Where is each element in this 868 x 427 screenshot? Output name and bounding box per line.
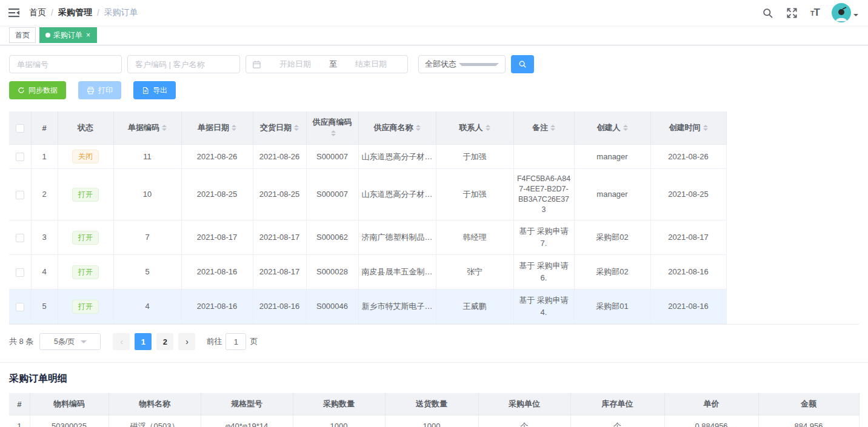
col-delivery-date[interactable]: 交货日期 [253,111,306,145]
col-code[interactable]: 单据编码 [113,111,181,145]
print-button[interactable]: 打印 [78,81,121,99]
tag-home[interactable]: 首页 [9,27,36,43]
col-order-date[interactable]: 单据日期 [181,111,253,145]
cell-stock-unit: 个 [570,415,664,427]
cell-delivery-date: 2021-08-26 [253,145,306,169]
fullscreen-icon[interactable] [786,7,798,19]
customer-input[interactable] [127,55,240,73]
sort-icon[interactable] [294,122,299,133]
cell-order-date: 2021-08-17 [181,220,253,255]
cell-amount: 884.956 [758,415,859,427]
cell-remark: 基于 采购申请 4. [513,290,574,324]
orders-table: # 状态 单据编码 单据日期 交货日期 供应商编码 供应商名称 联系人 备注 创… [9,111,727,324]
prev-page-button[interactable]: ‹ [113,333,130,350]
col-supplier-name[interactable]: 供应商名称 [358,111,436,145]
search-icon[interactable] [762,7,774,19]
breadcrumb-section[interactable]: 采购管理 [58,7,92,18]
sort-icon[interactable] [550,122,555,133]
cell-delivery-date: 2021-08-25 [253,169,306,220]
row-checkbox[interactable] [16,303,24,311]
sort-icon[interactable] [416,122,421,133]
cell-remark: 基于 采购申请 6. [513,255,574,290]
cell-supplier-name: 新乡市特艾斯电子设... [358,290,436,324]
orders-pagination: 共 8 条 5条/页 ‹ 1 2 › 前往 页 [9,333,859,350]
cell-remark: 基于 采购申请 7. [513,220,574,255]
cell-supplier-name: 南皮县晟丰五金制造... [358,255,436,290]
table-row[interactable]: 1 50300025 磁浮（0503） φ40*φ19*14 1000 1000… [9,415,859,427]
navbar: 首页 / 采购管理 / 采购订单 TT [0,0,868,25]
table-row-selected[interactable]: 5 打开 4 2021-08-16 2021-08-16 S000046 新乡市… [9,290,726,324]
tags-view: 首页 采购订单 × [0,25,868,45]
col-stock-unit: 库存单位 [570,393,664,415]
table-row[interactable]: 3 打开 7 2021-08-17 2021-08-17 S000062 济南广… [9,220,726,255]
avatar [832,3,851,22]
search-button[interactable] [511,55,534,73]
col-spec: 规格型号 [201,393,293,415]
cell-remark: F4FC5BA6-A847-4EE7-B2D7-BB3A7C26E373 [513,169,574,220]
export-button[interactable]: 导出 [133,81,176,99]
start-date-placeholder[interactable]: 开始日期 [265,59,326,70]
col-remark[interactable]: 备注 [513,111,574,145]
next-page-button[interactable]: › [178,333,195,350]
page-button-2[interactable]: 2 [156,333,173,350]
breadcrumb-home[interactable]: 首页 [29,7,46,18]
order-no-input[interactable] [9,55,122,73]
status-badge: 打开 [72,300,99,314]
date-range-picker[interactable]: 开始日期 至 结束日期 [245,55,408,73]
user-menu[interactable] [832,3,858,22]
details-table-wrap: # 物料编码 物料名称 规格型号 采购数量 送货数量 采购单位 库存单位 单价 … [9,393,859,427]
status-badge: 打开 [72,265,99,279]
printer-icon [87,87,95,94]
col-material-code: 物料编码 [30,393,109,415]
select-all-checkbox[interactable] [16,124,24,133]
col-material-name: 物料名称 [109,393,201,415]
select-all-header [9,111,31,145]
cell-code: 7 [113,220,181,255]
table-row[interactable]: 2 打开 10 2021-08-25 2021-08-25 S000007 山东… [9,169,726,220]
cell-delivery-qty: 1000 [385,415,478,427]
col-supplier-code[interactable]: 供应商编码 [306,111,358,145]
font-size-icon[interactable]: TT [810,7,820,19]
table-row[interactable]: 1 关闭 11 2021-08-26 2021-08-26 S000007 山东… [9,145,726,169]
table-row[interactable]: 4 打开 5 2021-08-16 2021-08-17 S000028 南皮县… [9,255,726,290]
col-purchase-qty: 采购数量 [293,393,385,415]
sort-icon[interactable] [486,122,490,133]
row-checkbox[interactable] [16,268,24,277]
cell-supplier-name: 山东道恩高分子材料... [358,169,436,220]
row-checkbox[interactable] [16,153,24,161]
goto-page-input[interactable] [225,333,246,350]
cell-created: 2021-08-26 [650,145,726,169]
cell-spec: φ40*φ19*14 [201,415,293,427]
tag-purchase-order[interactable]: 采购订单 × [39,27,97,43]
cell-order-date: 2021-08-16 [181,255,253,290]
active-dot [45,33,50,38]
caret-down-icon [853,14,858,19]
close-icon[interactable]: × [85,31,91,39]
page-button-1[interactable]: 1 [135,333,152,350]
document-icon [142,87,149,94]
end-date-placeholder[interactable]: 结束日期 [341,59,401,70]
page-size-select[interactable]: 5条/页 [39,333,101,350]
row-checkbox[interactable] [16,234,24,242]
sort-icon[interactable] [232,122,236,133]
cell-contact: 韩经理 [436,220,513,255]
cell-purchase-qty: 1000 [293,415,385,427]
status-badge: 关闭 [72,150,99,164]
cell-contact: 于加强 [436,145,513,169]
sort-icon[interactable] [623,122,628,133]
cell-delivery-date: 2021-08-17 [253,255,306,290]
sync-data-button[interactable]: 同步数据 [9,81,66,99]
cell-purchase-unit: 个 [478,415,570,427]
orders-table-wrap: # 状态 单据编码 单据日期 交货日期 供应商编码 供应商名称 联系人 备注 创… [9,111,859,325]
sort-icon[interactable] [331,128,336,139]
sort-icon[interactable] [162,122,167,133]
status-badge: 打开 [72,231,99,245]
cell-index: 5 [31,290,58,324]
menu-fold-icon[interactable] [0,8,28,18]
col-created[interactable]: 创建时间 [650,111,726,145]
row-checkbox[interactable] [16,191,24,199]
col-contact[interactable]: 联系人 [436,111,513,145]
status-select[interactable]: 全部状态 [418,55,506,73]
col-creator[interactable]: 创建人 [574,111,650,145]
sort-icon[interactable] [703,122,708,133]
